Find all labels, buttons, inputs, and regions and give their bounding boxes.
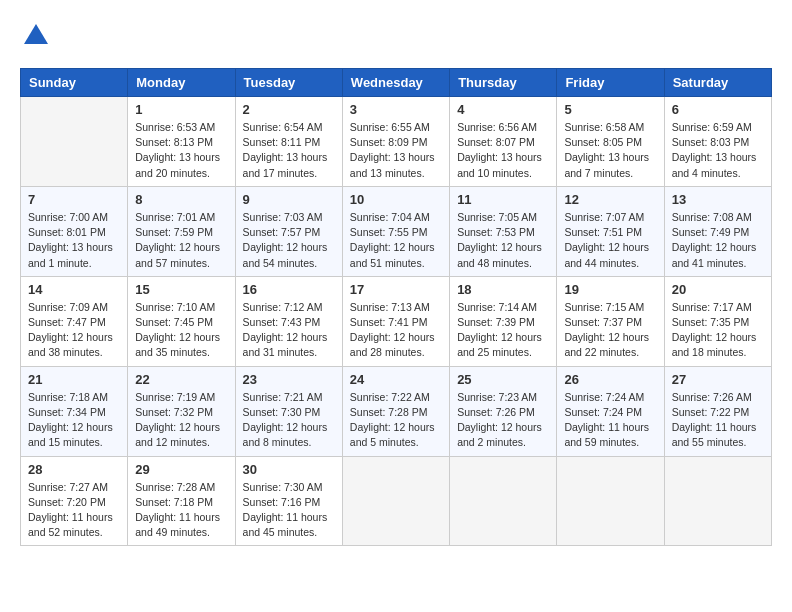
day-info: Sunrise: 7:09 AMSunset: 7:47 PMDaylight:… [28,300,120,361]
day-info: Sunrise: 6:55 AMSunset: 8:09 PMDaylight:… [350,120,442,181]
day-info: Sunrise: 7:21 AMSunset: 7:30 PMDaylight:… [243,390,335,451]
day-info: Sunrise: 7:18 AMSunset: 7:34 PMDaylight:… [28,390,120,451]
day-info: Sunrise: 6:59 AMSunset: 8:03 PMDaylight:… [672,120,764,181]
calendar-cell: 18Sunrise: 7:14 AMSunset: 7:39 PMDayligh… [450,276,557,366]
day-info: Sunrise: 7:10 AMSunset: 7:45 PMDaylight:… [135,300,227,361]
day-info: Sunrise: 6:58 AMSunset: 8:05 PMDaylight:… [564,120,656,181]
day-info: Sunrise: 7:08 AMSunset: 7:49 PMDaylight:… [672,210,764,271]
day-info: Sunrise: 7:12 AMSunset: 7:43 PMDaylight:… [243,300,335,361]
calendar-cell: 5Sunrise: 6:58 AMSunset: 8:05 PMDaylight… [557,97,664,187]
calendar-cell: 7Sunrise: 7:00 AMSunset: 8:01 PMDaylight… [21,186,128,276]
calendar-header: SundayMondayTuesdayWednesdayThursdayFrid… [21,69,772,97]
svg-marker-0 [24,24,48,44]
calendar-cell: 20Sunrise: 7:17 AMSunset: 7:35 PMDayligh… [664,276,771,366]
day-number: 22 [135,372,227,387]
day-number: 10 [350,192,442,207]
calendar-cell: 23Sunrise: 7:21 AMSunset: 7:30 PMDayligh… [235,366,342,456]
day-number: 26 [564,372,656,387]
calendar-cell: 19Sunrise: 7:15 AMSunset: 7:37 PMDayligh… [557,276,664,366]
calendar-cell: 25Sunrise: 7:23 AMSunset: 7:26 PMDayligh… [450,366,557,456]
header-day: Tuesday [235,69,342,97]
calendar-cell: 9Sunrise: 7:03 AMSunset: 7:57 PMDaylight… [235,186,342,276]
header-day: Friday [557,69,664,97]
day-info: Sunrise: 6:56 AMSunset: 8:07 PMDaylight:… [457,120,549,181]
calendar-cell [450,456,557,546]
calendar-cell: 3Sunrise: 6:55 AMSunset: 8:09 PMDaylight… [342,97,449,187]
calendar-cell: 21Sunrise: 7:18 AMSunset: 7:34 PMDayligh… [21,366,128,456]
day-number: 19 [564,282,656,297]
header-day: Sunday [21,69,128,97]
day-number: 1 [135,102,227,117]
day-info: Sunrise: 7:22 AMSunset: 7:28 PMDaylight:… [350,390,442,451]
day-info: Sunrise: 7:00 AMSunset: 8:01 PMDaylight:… [28,210,120,271]
day-number: 28 [28,462,120,477]
day-info: Sunrise: 7:23 AMSunset: 7:26 PMDaylight:… [457,390,549,451]
calendar-cell: 17Sunrise: 7:13 AMSunset: 7:41 PMDayligh… [342,276,449,366]
day-number: 25 [457,372,549,387]
calendar-cell: 12Sunrise: 7:07 AMSunset: 7:51 PMDayligh… [557,186,664,276]
calendar-cell: 10Sunrise: 7:04 AMSunset: 7:55 PMDayligh… [342,186,449,276]
day-number: 14 [28,282,120,297]
day-info: Sunrise: 7:03 AMSunset: 7:57 PMDaylight:… [243,210,335,271]
day-number: 4 [457,102,549,117]
calendar-cell: 24Sunrise: 7:22 AMSunset: 7:28 PMDayligh… [342,366,449,456]
logo [20,20,58,52]
day-number: 12 [564,192,656,207]
day-info: Sunrise: 7:27 AMSunset: 7:20 PMDaylight:… [28,480,120,541]
day-info: Sunrise: 7:14 AMSunset: 7:39 PMDaylight:… [457,300,549,361]
day-number: 2 [243,102,335,117]
calendar-cell [557,456,664,546]
calendar-week-row: 1Sunrise: 6:53 AMSunset: 8:13 PMDaylight… [21,97,772,187]
day-number: 29 [135,462,227,477]
calendar-cell: 13Sunrise: 7:08 AMSunset: 7:49 PMDayligh… [664,186,771,276]
page-header [20,20,772,52]
logo-icon [20,20,52,52]
day-info: Sunrise: 7:19 AMSunset: 7:32 PMDaylight:… [135,390,227,451]
day-number: 30 [243,462,335,477]
day-number: 18 [457,282,549,297]
calendar-cell: 28Sunrise: 7:27 AMSunset: 7:20 PMDayligh… [21,456,128,546]
day-number: 16 [243,282,335,297]
calendar-cell [21,97,128,187]
day-number: 15 [135,282,227,297]
calendar-cell: 16Sunrise: 7:12 AMSunset: 7:43 PMDayligh… [235,276,342,366]
calendar-cell: 11Sunrise: 7:05 AMSunset: 7:53 PMDayligh… [450,186,557,276]
calendar-week-row: 14Sunrise: 7:09 AMSunset: 7:47 PMDayligh… [21,276,772,366]
day-info: Sunrise: 7:17 AMSunset: 7:35 PMDaylight:… [672,300,764,361]
day-info: Sunrise: 7:01 AMSunset: 7:59 PMDaylight:… [135,210,227,271]
calendar-week-row: 28Sunrise: 7:27 AMSunset: 7:20 PMDayligh… [21,456,772,546]
day-info: Sunrise: 7:26 AMSunset: 7:22 PMDaylight:… [672,390,764,451]
day-info: Sunrise: 7:13 AMSunset: 7:41 PMDaylight:… [350,300,442,361]
calendar-cell [342,456,449,546]
calendar-cell: 26Sunrise: 7:24 AMSunset: 7:24 PMDayligh… [557,366,664,456]
day-info: Sunrise: 7:30 AMSunset: 7:16 PMDaylight:… [243,480,335,541]
header-row: SundayMondayTuesdayWednesdayThursdayFrid… [21,69,772,97]
day-number: 7 [28,192,120,207]
calendar-cell: 27Sunrise: 7:26 AMSunset: 7:22 PMDayligh… [664,366,771,456]
calendar-table: SundayMondayTuesdayWednesdayThursdayFrid… [20,68,772,546]
day-number: 5 [564,102,656,117]
calendar-cell: 15Sunrise: 7:10 AMSunset: 7:45 PMDayligh… [128,276,235,366]
calendar-cell: 1Sunrise: 6:53 AMSunset: 8:13 PMDaylight… [128,97,235,187]
day-number: 6 [672,102,764,117]
header-day: Thursday [450,69,557,97]
calendar-week-row: 7Sunrise: 7:00 AMSunset: 8:01 PMDaylight… [21,186,772,276]
day-info: Sunrise: 7:24 AMSunset: 7:24 PMDaylight:… [564,390,656,451]
calendar-cell [664,456,771,546]
day-number: 11 [457,192,549,207]
day-number: 27 [672,372,764,387]
calendar-cell: 8Sunrise: 7:01 AMSunset: 7:59 PMDaylight… [128,186,235,276]
header-day: Wednesday [342,69,449,97]
day-number: 21 [28,372,120,387]
day-info: Sunrise: 6:54 AMSunset: 8:11 PMDaylight:… [243,120,335,181]
day-number: 17 [350,282,442,297]
calendar-cell: 4Sunrise: 6:56 AMSunset: 8:07 PMDaylight… [450,97,557,187]
day-info: Sunrise: 6:53 AMSunset: 8:13 PMDaylight:… [135,120,227,181]
day-info: Sunrise: 7:07 AMSunset: 7:51 PMDaylight:… [564,210,656,271]
day-number: 13 [672,192,764,207]
calendar-cell: 29Sunrise: 7:28 AMSunset: 7:18 PMDayligh… [128,456,235,546]
calendar-cell: 30Sunrise: 7:30 AMSunset: 7:16 PMDayligh… [235,456,342,546]
header-day: Monday [128,69,235,97]
calendar-week-row: 21Sunrise: 7:18 AMSunset: 7:34 PMDayligh… [21,366,772,456]
calendar-body: 1Sunrise: 6:53 AMSunset: 8:13 PMDaylight… [21,97,772,546]
